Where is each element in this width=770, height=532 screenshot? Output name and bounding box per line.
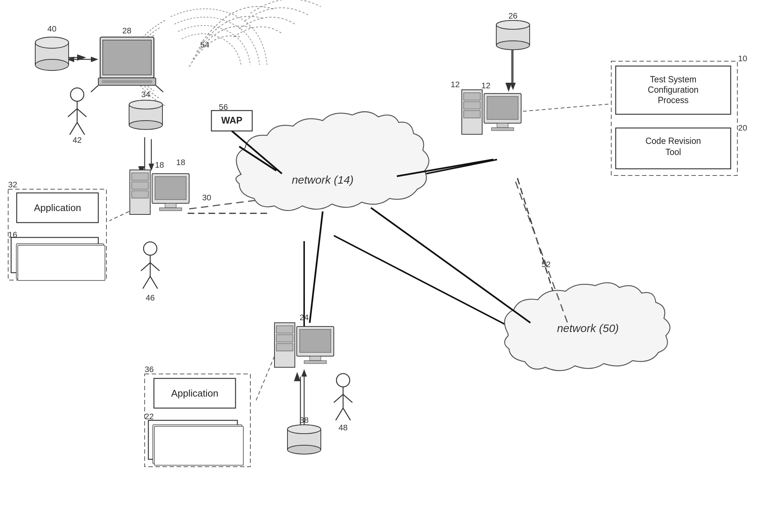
svg-rect-77 [276, 335, 293, 342]
svg-line-45 [91, 85, 98, 92]
network14-cloud: network (14) [236, 112, 429, 210]
svg-rect-68 [464, 93, 480, 100]
ref32: 32 [8, 180, 17, 189]
svg-rect-80 [300, 329, 331, 352]
svg-line-49 [68, 109, 77, 117]
svg-point-28 [35, 37, 69, 48]
svg-rect-56 [132, 191, 148, 198]
application36-label: Application [171, 388, 218, 399]
svg-line-52 [77, 122, 85, 135]
svg-rect-96 [154, 426, 243, 465]
svg-rect-94 [18, 245, 105, 280]
ref28: 28 [122, 26, 131, 35]
ref56-label: 56 [219, 102, 228, 112]
svg-rect-44 [102, 80, 152, 83]
svg-rect-54 [132, 173, 148, 180]
svg-point-83 [336, 374, 350, 387]
svg-line-91 [523, 104, 611, 111]
svg-rect-60 [159, 208, 182, 211]
db38 [287, 425, 321, 454]
ref18-num: 18 [176, 158, 185, 167]
svg-rect-74 [491, 128, 514, 131]
wap-label: WAP [221, 115, 243, 125]
svg-line-51 [70, 122, 77, 135]
network50-cloud: network (50) [504, 283, 670, 371]
server18 [130, 170, 189, 214]
network50-label: network (50) [557, 322, 619, 334]
svg-line-88 [343, 408, 351, 420]
person46 [141, 242, 159, 289]
wap-signal-arcs [189, 7, 274, 67]
ref12: 12 [481, 81, 490, 90]
wifi-signal-wap [171, 9, 267, 65]
svg-line-89 [109, 211, 129, 221]
svg-point-36 [496, 20, 530, 29]
svg-rect-58 [155, 177, 186, 200]
ref12-label: 12 [451, 80, 460, 89]
svg-line-85 [334, 394, 343, 403]
ref34: 34 [141, 90, 150, 99]
ref46: 46 [146, 293, 155, 302]
test-system-label2: Configuration [648, 85, 699, 95]
ref10: 10 [738, 54, 747, 63]
server24 [274, 323, 334, 367]
db40 [35, 37, 69, 70]
svg-rect-78 [276, 344, 293, 351]
ref22-label: 22 [145, 412, 154, 421]
ref16: 16 [8, 230, 17, 239]
ref18: 18 [155, 160, 164, 170]
svg-rect-82 [304, 361, 326, 364]
db26 [496, 20, 530, 50]
svg-line-86 [343, 394, 352, 403]
code-revision-label2: Tool [665, 147, 681, 157]
svg-line-66 [150, 276, 158, 289]
svg-rect-70 [464, 111, 480, 118]
person42 [68, 88, 86, 135]
svg-point-27 [35, 59, 69, 70]
ref20: 20 [738, 123, 747, 132]
ref48: 48 [339, 423, 348, 432]
svg-line-20 [189, 200, 256, 209]
test-system-label3: Process [658, 95, 688, 105]
svg-line-65 [143, 276, 150, 289]
ref52-label: 52 [542, 260, 550, 269]
svg-point-61 [144, 242, 157, 255]
svg-point-47 [70, 88, 84, 101]
test-system-label1: Test System [650, 75, 696, 84]
svg-line-64 [150, 263, 159, 271]
ref26: 26 [509, 11, 517, 20]
ref24: 24 [300, 313, 309, 322]
svg-rect-42 [103, 40, 151, 75]
signal-arcs-top-right [234, 0, 321, 37]
svg-point-31 [129, 121, 162, 129]
ref30-label: 30 [202, 193, 211, 202]
svg-line-18 [371, 208, 530, 323]
svg-rect-73 [497, 123, 508, 128]
svg-point-40 [287, 425, 321, 434]
ref42: 42 [73, 135, 82, 145]
svg-point-39 [287, 445, 321, 454]
code-revision-label1: Code Revision [645, 136, 701, 146]
ref38: 38 [300, 416, 309, 425]
svg-rect-69 [464, 102, 480, 109]
svg-line-50 [77, 109, 86, 117]
svg-line-46 [156, 85, 163, 92]
svg-line-90 [256, 356, 274, 401]
laptop28 [91, 37, 163, 92]
svg-rect-55 [132, 182, 148, 189]
svg-rect-81 [310, 356, 321, 361]
server12 [462, 90, 521, 134]
svg-point-32 [129, 100, 162, 109]
ref40: 40 [47, 24, 56, 33]
person48 [334, 374, 352, 420]
db34 [129, 100, 162, 129]
svg-line-17 [310, 211, 323, 323]
svg-rect-76 [276, 326, 293, 333]
ref36-label: 36 [145, 365, 154, 374]
svg-rect-72 [487, 96, 518, 119]
svg-point-35 [496, 41, 530, 50]
svg-line-63 [141, 263, 150, 271]
application32-label: Application [34, 202, 81, 213]
svg-line-87 [336, 408, 343, 420]
svg-rect-59 [165, 203, 176, 208]
